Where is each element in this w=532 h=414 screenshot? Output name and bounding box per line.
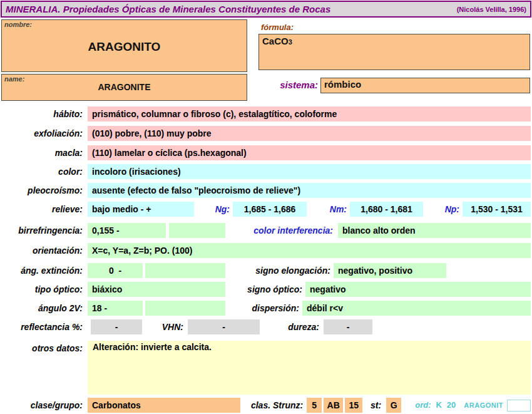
dispersion-label: dispersión: [225,301,299,316]
exfoliacion-label: exfoliación: [0,126,88,141]
nombre-label: nombre: [4,21,32,28]
birrefringencia-row: birrefringencia: 0,155 - color interfere… [0,223,531,238]
vhn-label: VHN: [147,319,183,334]
reflectancia-label: reflectancia %: [0,319,88,334]
st-label: st: [362,398,381,413]
strunz-class-field[interactable]: 5 [307,398,322,413]
color-label: color: [0,164,88,179]
record-name: ARAGONIT [464,398,503,413]
author-credit: (Nicolás Velilla, 1996) [457,6,526,13]
formula-label: fórmula: [261,23,294,32]
nombre-value: ARAGONITO [2,40,247,54]
np-field[interactable]: 1,530 - 1,531 [463,202,531,217]
relieve-label: relieve: [0,202,88,217]
strunz-number-field[interactable]: 15 [345,398,362,413]
clase-grupo-row: clase/grupo: Carbonatos clas. Strunz: 5 … [0,398,531,413]
birrefringencia-field-2[interactable] [169,223,225,238]
angulo-2v-field[interactable]: 18 - [88,301,143,316]
reflectancia-row: reflectancia %: - VHN: - dureza: - [0,319,531,334]
extincion-field[interactable]: 0 - [88,263,143,278]
st-field[interactable]: G [386,398,401,413]
dureza-field[interactable]: - [324,319,372,334]
relieve-row: relieve: bajo medio - + Ng: 1,685 - 1,68… [0,202,531,217]
strunz-label: clas. Strunz: [240,398,303,413]
orientacion-label: orientación: [0,243,88,258]
ord-class-value: K [436,398,441,413]
angulo-2v-field-2[interactable] [145,301,225,316]
habito-field[interactable]: prismático, columnar o fibroso (c), esta… [88,106,531,122]
name-value: ARAGONITE [2,82,247,92]
otros-datos-label: otros datos: [0,341,88,356]
extincion-row: áng. extinción: 0 - signo elongación: ne… [0,263,531,278]
formula-subscript: 3 [289,38,292,46]
signo-optico-label: signo óptico: [225,282,302,297]
extincion-label: áng. extinción: [0,263,88,278]
np-label: Np: [428,202,459,217]
nm-field[interactable]: 1,680 - 1,681 [350,202,423,217]
relieve-field[interactable]: bajo medio - + [88,202,194,217]
interferencia-label: color interferencia: [225,223,333,238]
tipo-optico-row: tipo óptico: biáxico signo óptico: negat… [0,282,531,297]
pleocroismo-row: pleocroísmo: ausente (efecto de falso "p… [0,183,531,198]
ord-number-value: 20 [447,398,456,413]
color-row: color: incoloro (irisaciones) [0,164,531,179]
ng-label: Ng: [198,202,230,217]
orientacion-field[interactable]: X=c, Y=a, Z=b; PO. (100) [88,243,531,258]
title-bar: MINERALIA. Propiedades Ópticas de Minera… [1,1,531,18]
ng-field[interactable]: 1,685 - 1,686 [233,202,307,217]
habito-label: hábito: [0,106,88,122]
elongacion-label: signo elongación: [225,263,330,278]
signo-optico-field[interactable]: negativo [305,282,531,297]
sistema-field[interactable]: rómbico [320,78,530,93]
dispersion-field[interactable]: débil r<v [302,301,531,316]
exfoliacion-row: exfoliación: (010) pobre, (110) muy pobr… [0,126,531,141]
exfoliacion-field[interactable]: (010) pobre, (110) muy pobre [88,126,531,141]
habito-row: hábito: prismático, columnar o fibroso (… [0,106,531,122]
macla-row: macla: (110) lamelar o cíclica (ps.hexag… [0,145,531,160]
ord-label: ord: [415,398,431,413]
mineralia-sheet: MINERALIA. Propiedades Ópticas de Minera… [0,0,532,414]
color-field[interactable]: incoloro (irisaciones) [88,164,531,179]
tipo-optico-label: tipo óptico: [0,282,88,297]
pleocroismo-label: pleocroísmo: [0,183,88,198]
angulo-2v-row: ángulo 2V: 18 - dispersión: débil r<v [0,301,531,316]
nombre-field[interactable]: nombre: ARAGONITO [1,19,247,72]
vhn-field[interactable]: - [188,319,260,334]
formula-main: CaCO [262,36,289,46]
birrefringencia-label: birrefringencia: [0,223,88,238]
name-field[interactable]: name: ARAGONITE [1,74,247,101]
app-title: MINERALIA. Propiedades Ópticas de Minera… [6,4,330,14]
formula-field[interactable]: CaCO3 [258,34,530,70]
sistema-label: sistema: [219,80,318,90]
reflectancia-field[interactable]: - [91,319,142,334]
elongacion-field[interactable]: negativo, positivo [334,263,446,278]
pleocroismo-field[interactable]: ausente (efecto de falso "pleocroismo de… [88,183,531,198]
orientacion-row: orientación: X=c, Y=a, Z=b; PO. (100) [0,243,531,258]
angulo-2v-label: ángulo 2V: [0,301,88,316]
clase-grupo-field[interactable]: Carbonatos [88,398,240,413]
record-search-input[interactable] [507,400,531,411]
dureza-label: dureza: [266,319,319,334]
macla-field[interactable]: (110) lamelar o cíclica (ps.hexagonal) [88,145,531,160]
macla-label: macla: [0,145,88,160]
interferencia-field[interactable]: blanco alto orden [338,223,531,238]
nm-label: Nm: [312,202,347,217]
otros-datos-field[interactable]: Alteración: invierte a calcita. [88,341,531,395]
clase-grupo-label: clase/grupo: [0,398,88,413]
tipo-optico-field[interactable]: biáxico [88,282,225,297]
otros-datos-row: otros datos: Alteración: invierte a calc… [0,341,531,395]
extincion-field-2[interactable] [145,263,225,278]
birrefringencia-field[interactable]: 0,155 - [88,223,166,238]
strunz-division-field[interactable]: AB [324,398,343,413]
